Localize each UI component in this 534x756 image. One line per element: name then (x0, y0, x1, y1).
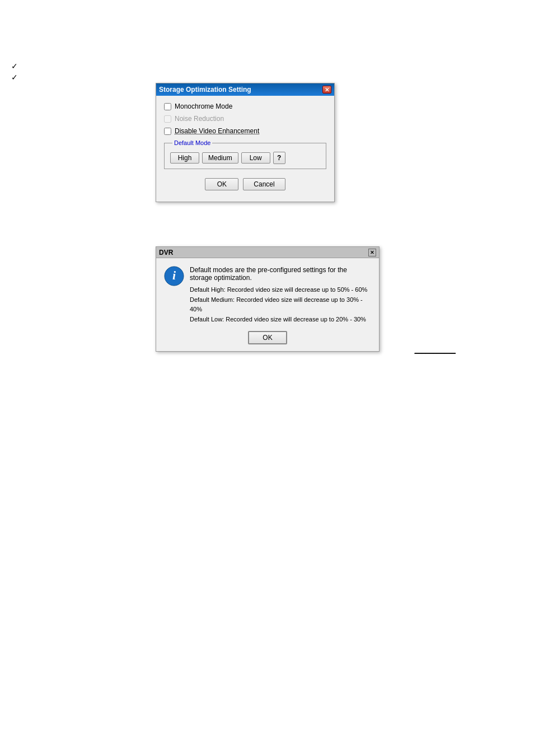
dvr-text-area: Default modes are the pre-configured set… (190, 266, 371, 324)
low-mode-button[interactable]: Low (241, 152, 270, 164)
storage-optimization-dialog: Storage Optimization Setting ✕ Monochrom… (156, 83, 335, 202)
storage-dialog-title: Storage Optimization Setting (159, 86, 251, 94)
dvr-detail-high: Default High: Recorded video size will d… (190, 285, 371, 295)
dvr-detail-text: Default High: Recorded video size will d… (190, 285, 371, 324)
dvr-detail-low: Default Low: Recorded video size will de… (190, 315, 371, 325)
info-icon: i (164, 266, 184, 286)
monochrome-mode-label: Monochrome Mode (175, 102, 232, 110)
default-mode-legend: Default Mode (172, 139, 212, 146)
dvr-main-text: Default modes are the pre-configured set… (190, 266, 371, 282)
dvr-detail-medium: Default Medium: Recorded video size will… (190, 295, 371, 315)
default-mode-fieldset: Default Mode High Medium Low ? (164, 139, 326, 169)
noise-reduction-label: Noise Reduction (175, 115, 224, 123)
dvr-titlebar: DVR ✕ (156, 247, 379, 258)
checkmark-symbol-1: ✓ (11, 62, 18, 71)
noise-reduction-checkbox (164, 115, 171, 123)
medium-mode-button[interactable]: Medium (202, 152, 238, 164)
dvr-close-button[interactable]: ✕ (368, 249, 376, 256)
storage-ok-button[interactable]: OK (205, 178, 238, 190)
checkmark-symbol-2: ✓ (11, 73, 18, 82)
dvr-ok-button[interactable]: OK (248, 331, 287, 344)
checkmarks-area: ✓ ✓ (11, 62, 18, 84)
checkmark-1: ✓ (11, 62, 18, 71)
mode-buttons-row: High Medium Low ? (170, 152, 320, 164)
monochrome-mode-checkbox[interactable] (164, 103, 171, 110)
checkmark-2: ✓ (11, 73, 18, 82)
monochrome-mode-row: Monochrome Mode (164, 102, 326, 110)
dvr-info-dialog: DVR ✕ i Default modes are the pre-config… (156, 246, 380, 352)
dvr-dialog-footer: OK (156, 329, 379, 351)
dvr-dialog-body: i Default modes are the pre-configured s… (156, 258, 379, 329)
bottom-link: ___________ (415, 346, 456, 354)
storage-dialog-titlebar: Storage Optimization Setting ✕ (156, 83, 334, 96)
disable-video-row: Disable Video Enhancement (164, 127, 326, 135)
storage-dialog-footer: OK Cancel (164, 176, 326, 196)
disable-video-checkbox[interactable] (164, 128, 171, 135)
storage-dialog-close-button[interactable]: ✕ (322, 86, 331, 94)
dvr-dialog-title: DVR (159, 249, 173, 256)
high-mode-button[interactable]: High (170, 152, 199, 164)
help-button[interactable]: ? (273, 152, 285, 164)
storage-dialog-body: Monochrome Mode Noise Reduction Disable … (156, 96, 334, 202)
storage-cancel-button[interactable]: Cancel (243, 178, 285, 190)
svg-text:i: i (172, 268, 176, 282)
noise-reduction-row: Noise Reduction (164, 115, 326, 123)
disable-video-label: Disable Video Enhancement (175, 127, 259, 135)
